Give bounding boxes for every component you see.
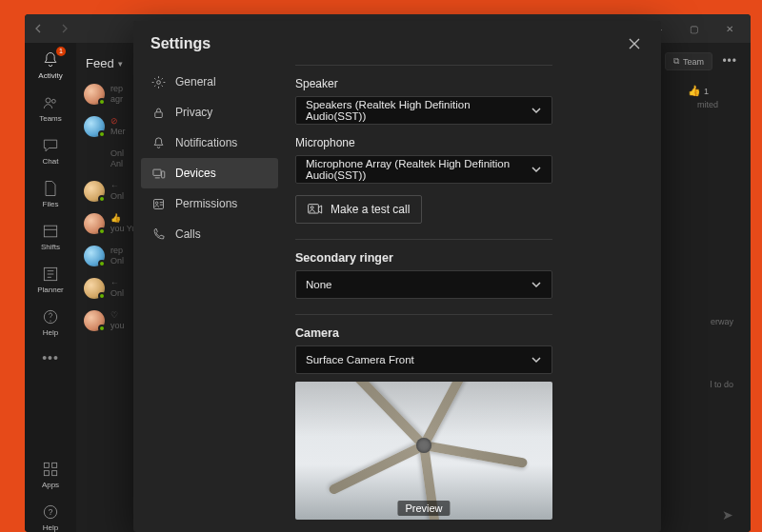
rail-more[interactable]: •••: [42, 350, 59, 365]
make-test-call-button[interactable]: Make a test call: [295, 195, 422, 224]
feed-text: agr: [110, 94, 123, 104]
svg-rect-6: [44, 463, 49, 467]
team-button[interactable]: ⧉Team: [665, 52, 712, 70]
camera-group: Camera Surface Camera Front Preview: [295, 326, 636, 520]
rail-label: Help: [43, 328, 58, 337]
rail-item-files[interactable]: Files: [41, 179, 60, 208]
feed-text: rep: [110, 84, 123, 93]
maximize-button[interactable]: ▢: [676, 17, 711, 40]
devices-panel: Speaker Speakers (Realtek High Definitio…: [286, 61, 661, 532]
svg-point-17: [155, 202, 158, 205]
svg-point-12: [156, 80, 160, 84]
microphone-group: Microphone Microphone Array (Realtek Hig…: [295, 136, 636, 184]
rail-item-shifts[interactable]: Shifts: [41, 222, 60, 251]
speaker-group: Speaker Speakers (Realtek High Definitio…: [295, 77, 636, 125]
preview-label: Preview: [397, 501, 450, 516]
category-label: Privacy: [175, 106, 212, 119]
rail-label: Files: [43, 200, 59, 208]
rail-item-help[interactable]: Help: [41, 307, 60, 337]
badge: 1: [56, 47, 66, 56]
microphone-label: Microphone: [295, 136, 636, 149]
thumb-count: 1: [704, 87, 709, 96]
svg-rect-14: [152, 169, 160, 175]
rail-item-planner[interactable]: Planner: [37, 265, 64, 294]
text-fragment: mited: [697, 100, 718, 109]
dropdown-value: Surface Camera Front: [306, 354, 414, 365]
app-rail: 1 Activity Teams Chat Files Shifts: [25, 43, 76, 532]
secondary-ringer-dropdown[interactable]: None: [295, 270, 552, 299]
divider: [295, 65, 552, 66]
modal-body: General Privacy Notifications Devices Pe…: [133, 61, 661, 532]
permissions-icon: [150, 196, 166, 211]
planner-icon: [41, 265, 60, 284]
feed-text: ←: [110, 181, 119, 190]
thumb-icon: 👍: [688, 85, 701, 97]
feed-text: you: [110, 321, 125, 330]
feed-text: ⊘: [110, 116, 118, 126]
category-label: Notifications: [175, 136, 237, 149]
avatar: [84, 310, 105, 331]
rail-item-help-bottom[interactable]: ? Help: [41, 502, 60, 532]
avatar: [84, 246, 105, 266]
chevron-down-icon: ▾: [118, 59, 123, 69]
category-calls[interactable]: Calls: [141, 219, 278, 249]
modal-header: Settings: [133, 21, 661, 61]
help-icon: [41, 307, 60, 326]
rail-item-activity[interactable]: 1 Activity: [38, 50, 62, 80]
camera-label: Camera: [295, 326, 636, 340]
feed-text: ←: [110, 278, 119, 287]
rail-item-chat[interactable]: Chat: [41, 136, 60, 166]
svg-rect-8: [44, 471, 49, 476]
teams-icon: [41, 93, 60, 112]
feed-text: rep: [110, 246, 123, 255]
feed-text: Anl: [110, 159, 123, 168]
chat-icon: [41, 136, 60, 155]
camera-dropdown[interactable]: Surface Camera Front: [295, 345, 552, 374]
category-label: Permissions: [175, 197, 237, 210]
category-label: Devices: [175, 167, 216, 180]
category-privacy[interactable]: Privacy: [141, 97, 278, 128]
rail-item-teams[interactable]: Teams: [39, 93, 62, 123]
dropdown-value: Speakers (Realtek High Definition Audio(…: [306, 99, 531, 122]
category-label: General: [175, 75, 216, 89]
svg-rect-9: [52, 471, 57, 476]
avatar: [84, 116, 105, 137]
history-nav: [29, 19, 74, 38]
divider: [295, 239, 552, 240]
forward-button[interactable]: [53, 19, 74, 38]
reaction-thumb[interactable]: 👍1: [688, 85, 709, 97]
close-button[interactable]: [625, 34, 644, 53]
gear-icon: [150, 74, 166, 89]
rail-label: Planner: [37, 286, 64, 294]
rail-label: Help: [43, 523, 58, 532]
files-icon: [41, 179, 60, 198]
svg-rect-13: [154, 111, 162, 117]
category-label: Calls: [175, 227, 201, 241]
category-notifications[interactable]: Notifications: [141, 128, 278, 158]
avatar: [84, 278, 105, 299]
dropdown-value: Microphone Array (Realtek High Definitio…: [306, 158, 531, 181]
send-icon[interactable]: ➤: [722, 507, 733, 522]
rail-item-apps[interactable]: Apps: [41, 460, 60, 489]
avatar: [84, 213, 105, 234]
category-general[interactable]: General: [141, 67, 278, 97]
category-permissions[interactable]: Permissions: [141, 188, 278, 219]
svg-point-0: [46, 98, 50, 103]
team-label: Team: [683, 57, 704, 67]
back-button[interactable]: [29, 19, 50, 38]
svg-rect-2: [44, 226, 56, 237]
text-fragment: l to do: [710, 380, 733, 389]
chevron-down-icon: [531, 354, 542, 365]
avatar: [84, 181, 105, 202]
devices-icon: [150, 166, 166, 181]
team-icon: ⧉: [673, 56, 679, 67]
speaker-dropdown[interactable]: Speakers (Realtek High Definition Audio(…: [295, 96, 552, 125]
window-close-button[interactable]: ✕: [712, 17, 747, 40]
bell-icon: 1: [41, 50, 60, 69]
microphone-dropdown[interactable]: Microphone Array (Realtek High Definitio…: [295, 155, 552, 184]
more-button[interactable]: •••: [722, 54, 737, 68]
person-video-icon: [308, 203, 323, 216]
category-devices[interactable]: Devices: [141, 158, 278, 188]
shifts-icon: [41, 222, 60, 241]
rail-label: Apps: [42, 481, 59, 489]
